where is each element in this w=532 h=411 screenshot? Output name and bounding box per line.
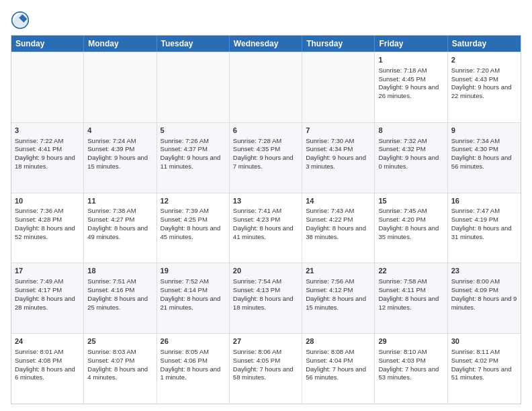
day-info: Sunrise: 7:26 AM Sunset: 4:37 PM Dayligh… (161, 137, 221, 170)
empty-cell (157, 52, 230, 122)
day-info: Sunrise: 7:47 AM Sunset: 4:19 PM Dayligh… (451, 207, 512, 240)
calendar-day-2: 2Sunrise: 7:20 AM Sunset: 4:43 PM Daylig… (448, 52, 521, 122)
day-number: 15 (378, 196, 443, 206)
day-info: Sunrise: 7:30 AM Sunset: 4:34 PM Dayligh… (306, 137, 366, 170)
day-info: Sunrise: 8:05 AM Sunset: 4:06 PM Dayligh… (161, 348, 221, 381)
calendar-row: 24Sunrise: 8:01 AM Sunset: 4:08 PM Dayli… (11, 333, 521, 404)
weekday-header-sunday: Sunday (11, 36, 84, 52)
day-number: 23 (451, 266, 517, 276)
calendar-day-24: 24Sunrise: 8:01 AM Sunset: 4:08 PM Dayli… (11, 334, 84, 404)
day-info: Sunrise: 7:20 AM Sunset: 4:43 PM Dayligh… (451, 66, 512, 99)
calendar-row: 3Sunrise: 7:22 AM Sunset: 4:41 PM Daylig… (11, 122, 521, 193)
day-number: 3 (15, 126, 80, 136)
day-number: 22 (378, 266, 443, 276)
calendar-header-row: SundayMondayTuesdayWednesdayThursdayFrid… (11, 36, 521, 52)
weekday-header-thursday: Thursday (302, 36, 375, 52)
day-number: 8 (378, 126, 443, 136)
day-number: 10 (15, 196, 80, 206)
day-info: Sunrise: 7:22 AM Sunset: 4:41 PM Dayligh… (15, 137, 75, 170)
day-info: Sunrise: 7:28 AM Sunset: 4:35 PM Dayligh… (233, 137, 294, 170)
calendar: SundayMondayTuesdayWednesdayThursdayFrid… (11, 35, 521, 404)
day-number: 28 (306, 336, 371, 347)
calendar-day-19: 19Sunrise: 7:52 AM Sunset: 4:14 PM Dayli… (157, 263, 230, 333)
page: SundayMondayTuesdayWednesdayThursdayFrid… (0, 0, 532, 411)
weekday-header-monday: Monday (84, 36, 157, 52)
calendar-day-30: 30Sunrise: 8:11 AM Sunset: 4:02 PM Dayli… (448, 334, 521, 404)
calendar-day-15: 15Sunrise: 7:45 AM Sunset: 4:20 PM Dayli… (375, 193, 447, 263)
calendar-day-10: 10Sunrise: 7:36 AM Sunset: 4:28 PM Dayli… (11, 193, 84, 263)
calendar-day-28: 28Sunrise: 8:08 AM Sunset: 4:04 PM Dayli… (302, 334, 375, 404)
day-number: 14 (306, 196, 371, 206)
day-info: Sunrise: 7:54 AM Sunset: 4:13 PM Dayligh… (233, 277, 294, 310)
calendar-day-20: 20Sunrise: 7:54 AM Sunset: 4:13 PM Dayli… (230, 263, 302, 333)
weekday-header-tuesday: Tuesday (157, 36, 230, 52)
calendar-day-7: 7Sunrise: 7:30 AM Sunset: 4:34 PM Daylig… (302, 123, 375, 193)
calendar-day-3: 3Sunrise: 7:22 AM Sunset: 4:41 PM Daylig… (11, 123, 84, 193)
day-number: 4 (87, 126, 152, 136)
day-number: 1 (378, 55, 443, 65)
day-number: 17 (15, 266, 80, 276)
day-number: 20 (233, 266, 298, 276)
day-number: 29 (378, 336, 443, 347)
day-info: Sunrise: 7:49 AM Sunset: 4:17 PM Dayligh… (15, 277, 75, 310)
header (11, 11, 521, 30)
day-info: Sunrise: 7:18 AM Sunset: 4:45 PM Dayligh… (378, 66, 439, 99)
empty-cell (230, 52, 302, 122)
day-number: 19 (161, 266, 226, 276)
calendar-day-1: 1Sunrise: 7:18 AM Sunset: 4:45 PM Daylig… (375, 52, 447, 122)
weekday-header-wednesday: Wednesday (230, 36, 302, 52)
logo-icon (11, 11, 30, 30)
calendar-day-5: 5Sunrise: 7:26 AM Sunset: 4:37 PM Daylig… (157, 123, 230, 193)
day-number: 25 (87, 336, 152, 347)
day-number: 6 (233, 126, 298, 136)
weekday-header-saturday: Saturday (448, 36, 521, 52)
day-number: 2 (451, 55, 517, 65)
calendar-day-22: 22Sunrise: 7:58 AM Sunset: 4:11 PM Dayli… (375, 263, 447, 333)
logo (11, 11, 32, 30)
day-number: 26 (161, 336, 226, 347)
empty-cell (11, 52, 84, 122)
calendar-day-27: 27Sunrise: 8:06 AM Sunset: 4:05 PM Dayli… (230, 334, 302, 404)
day-info: Sunrise: 7:39 AM Sunset: 4:25 PM Dayligh… (161, 207, 221, 240)
calendar-day-26: 26Sunrise: 8:05 AM Sunset: 4:06 PM Dayli… (157, 334, 230, 404)
day-number: 16 (451, 196, 517, 206)
calendar-row: 17Sunrise: 7:49 AM Sunset: 4:17 PM Dayli… (11, 263, 521, 333)
calendar-day-21: 21Sunrise: 7:56 AM Sunset: 4:12 PM Dayli… (302, 263, 375, 333)
day-info: Sunrise: 7:41 AM Sunset: 4:23 PM Dayligh… (233, 207, 294, 240)
calendar-row: 1Sunrise: 7:18 AM Sunset: 4:45 PM Daylig… (11, 52, 521, 122)
day-number: 27 (233, 336, 298, 347)
day-number: 18 (87, 266, 152, 276)
day-info: Sunrise: 7:36 AM Sunset: 4:28 PM Dayligh… (15, 207, 75, 240)
calendar-day-14: 14Sunrise: 7:43 AM Sunset: 4:22 PM Dayli… (302, 193, 375, 263)
calendar-day-12: 12Sunrise: 7:39 AM Sunset: 4:25 PM Dayli… (157, 193, 230, 263)
day-info: Sunrise: 7:32 AM Sunset: 4:32 PM Dayligh… (378, 137, 439, 170)
day-info: Sunrise: 7:56 AM Sunset: 4:12 PM Dayligh… (306, 277, 366, 310)
day-number: 30 (451, 336, 517, 347)
calendar-day-29: 29Sunrise: 8:10 AM Sunset: 4:03 PM Dayli… (375, 334, 447, 404)
day-info: Sunrise: 7:58 AM Sunset: 4:11 PM Dayligh… (378, 277, 439, 310)
day-info: Sunrise: 8:06 AM Sunset: 4:05 PM Dayligh… (233, 348, 294, 381)
calendar-day-13: 13Sunrise: 7:41 AM Sunset: 4:23 PM Dayli… (230, 193, 302, 263)
empty-cell (302, 52, 375, 122)
day-info: Sunrise: 7:38 AM Sunset: 4:27 PM Dayligh… (87, 207, 148, 240)
day-info: Sunrise: 8:10 AM Sunset: 4:03 PM Dayligh… (378, 348, 439, 381)
day-info: Sunrise: 7:51 AM Sunset: 4:16 PM Dayligh… (87, 277, 148, 310)
day-info: Sunrise: 8:01 AM Sunset: 4:08 PM Dayligh… (15, 348, 75, 381)
day-info: Sunrise: 7:45 AM Sunset: 4:20 PM Dayligh… (378, 207, 439, 240)
day-info: Sunrise: 7:43 AM Sunset: 4:22 PM Dayligh… (306, 207, 366, 240)
calendar-day-11: 11Sunrise: 7:38 AM Sunset: 4:27 PM Dayli… (84, 193, 157, 263)
day-number: 11 (87, 196, 152, 206)
day-number: 12 (161, 196, 226, 206)
calendar-day-23: 23Sunrise: 8:00 AM Sunset: 4:09 PM Dayli… (448, 263, 521, 333)
calendar-day-25: 25Sunrise: 8:03 AM Sunset: 4:07 PM Dayli… (84, 334, 157, 404)
calendar-day-16: 16Sunrise: 7:47 AM Sunset: 4:19 PM Dayli… (448, 193, 521, 263)
day-info: Sunrise: 8:03 AM Sunset: 4:07 PM Dayligh… (87, 348, 148, 381)
day-number: 7 (306, 126, 371, 136)
day-number: 9 (451, 126, 517, 136)
day-info: Sunrise: 7:52 AM Sunset: 4:14 PM Dayligh… (161, 277, 221, 310)
day-number: 5 (161, 126, 226, 136)
weekday-header-friday: Friday (375, 36, 447, 52)
calendar-day-6: 6Sunrise: 7:28 AM Sunset: 4:35 PM Daylig… (230, 123, 302, 193)
day-info: Sunrise: 8:11 AM Sunset: 4:02 PM Dayligh… (451, 348, 512, 381)
day-number: 13 (233, 196, 298, 206)
